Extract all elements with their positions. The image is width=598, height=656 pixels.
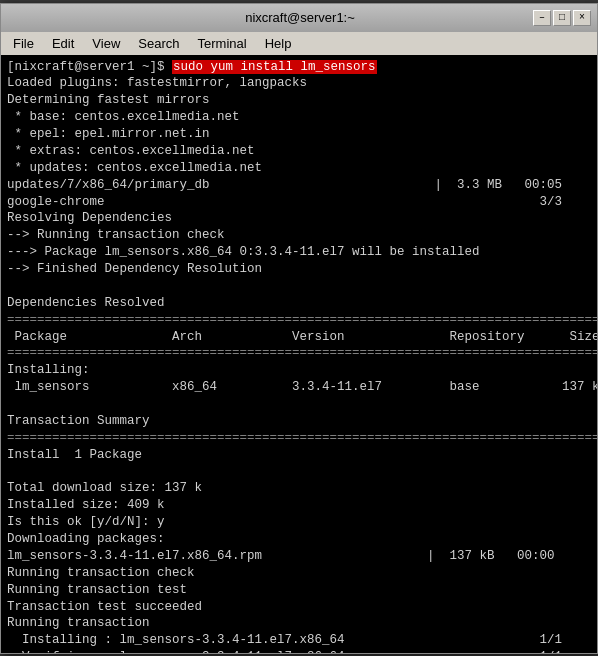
terminal-line: Downloading packages: [7, 531, 591, 548]
terminal-line: Resolving Dependencies [7, 210, 591, 227]
command-highlight: sudo yum install lm_sensors [172, 60, 377, 74]
terminal-line: Transaction Summary [7, 413, 591, 430]
terminal-body[interactable]: [nixcraft@server1 ~]$ sudo yum install l… [1, 55, 597, 653]
terminal-line: * epel: epel.mirror.net.in [7, 126, 591, 143]
terminal-line: * extras: centos.excellmedia.net [7, 143, 591, 160]
terminal-line: lm_sensors x86_64 3.3.4-11.el7 base 137 … [7, 379, 591, 396]
terminal-line: Total download size: 137 k [7, 480, 591, 497]
terminal-line [7, 278, 591, 295]
separator-line: ========================================… [7, 312, 591, 329]
terminal-line: Dependencies Resolved [7, 295, 591, 312]
separator-line: ========================================… [7, 345, 591, 362]
titlebar-buttons: – □ × [533, 10, 591, 26]
line-prompt-cmd: [nixcraft@server1 ~]$ sudo yum install l… [7, 59, 591, 76]
terminal-line: updates/7/x86_64/primary_db | 3.3 MB 00:… [7, 177, 591, 194]
terminal-line: Installing : lm_sensors-3.3.4-11.el7.x86… [7, 632, 591, 649]
terminal-line: Loaded plugins: fastestmirror, langpacks [7, 75, 591, 92]
menubar: File Edit View Search Terminal Help [1, 32, 597, 55]
terminal-line: Running transaction check [7, 565, 591, 582]
menu-help[interactable]: Help [257, 34, 300, 53]
menu-terminal[interactable]: Terminal [190, 34, 255, 53]
menu-file[interactable]: File [5, 34, 42, 53]
table-header-line: Package Arch Version Repository Size [7, 329, 591, 346]
terminal-line: Installed size: 409 k [7, 497, 591, 514]
terminal-line: Running transaction test [7, 582, 591, 599]
terminal-line [7, 396, 591, 413]
terminal-line: Transaction test succeeded [7, 599, 591, 616]
terminal-line: lm_sensors-3.3.4-11.el7.x86_64.rpm | 137… [7, 548, 591, 565]
terminal-line [7, 464, 591, 481]
terminal-window: nixcraft@server1:~ – □ × File Edit View … [0, 3, 598, 654]
terminal-line: * updates: centos.excellmedia.net [7, 160, 591, 177]
minimize-button[interactable]: – [533, 10, 551, 26]
maximize-button[interactable]: □ [553, 10, 571, 26]
terminal-line: ---> Package lm_sensors.x86_64 0:3.3.4-1… [7, 244, 591, 261]
terminal-line: --> Finished Dependency Resolution [7, 261, 591, 278]
terminal-line: * base: centos.excellmedia.net [7, 109, 591, 126]
terminal-line: --> Running transaction check [7, 227, 591, 244]
window-title: nixcraft@server1:~ [67, 10, 533, 25]
terminal-line: Is this ok [y/d/N]: y [7, 514, 591, 531]
terminal-line: Installing: [7, 362, 591, 379]
titlebar: nixcraft@server1:~ – □ × [1, 4, 597, 32]
terminal-line: Install 1 Package [7, 447, 591, 464]
menu-search[interactable]: Search [130, 34, 187, 53]
separator-line: ========================================… [7, 430, 591, 447]
close-button[interactable]: × [573, 10, 591, 26]
terminal-line: Verifying : lm_sensors-3.3.4-11.el7.x86_… [7, 649, 591, 652]
terminal-line: Determining fastest mirrors [7, 92, 591, 109]
terminal-line: google-chrome 3/3 [7, 194, 591, 211]
menu-view[interactable]: View [84, 34, 128, 53]
prompt-text: [nixcraft@server1 ~]$ [7, 60, 172, 74]
terminal-line: Running transaction [7, 615, 591, 632]
menu-edit[interactable]: Edit [44, 34, 82, 53]
